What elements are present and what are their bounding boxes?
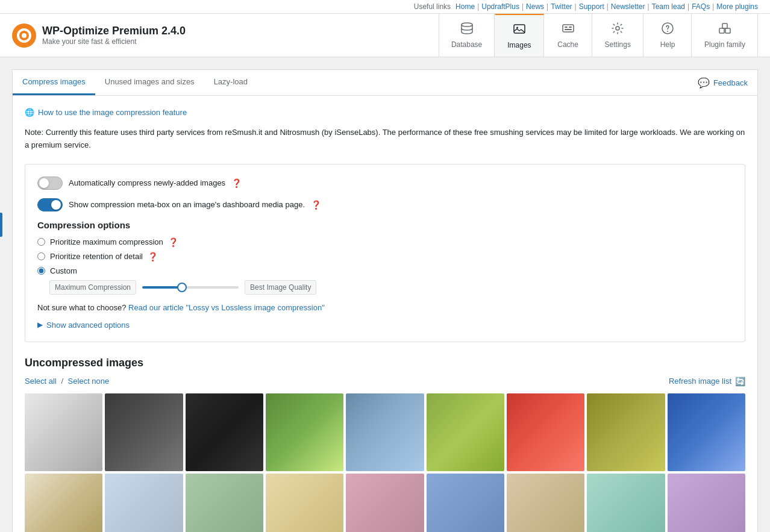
app-title: WP-Optimize Premium 2.4.0 <box>42 25 186 37</box>
image-thumb[interactable] <box>25 474 102 532</box>
svg-point-3 <box>462 23 472 27</box>
image-thumb[interactable] <box>668 393 745 471</box>
image-grid <box>25 393 745 532</box>
info-link-text: How to use the image compression feature <box>38 108 187 117</box>
useful-links-label: Useful links <box>414 2 451 11</box>
link-home[interactable]: Home <box>455 2 475 11</box>
image-thumb[interactable] <box>507 393 584 471</box>
meta-box-help-icon[interactable]: ❓ <box>311 200 321 210</box>
link-updraftplus[interactable]: UpdraftPlus <box>481 2 519 11</box>
select-links: Select all / Select none <box>25 377 109 386</box>
meta-box-label: Show compression meta-box on an image's … <box>69 200 305 209</box>
sub-tab-unused-images[interactable]: Unused images and sizes <box>95 70 204 95</box>
tab-images[interactable]: Images <box>495 14 543 57</box>
radio-retention: Prioritize retention of detail ❓ <box>37 252 733 261</box>
settings-icon <box>611 22 624 38</box>
link-team-lead[interactable]: Team lead <box>652 2 685 11</box>
svg-rect-4 <box>514 25 525 33</box>
app-subtitle: Make your site fast & efficient <box>42 37 186 46</box>
image-thumb[interactable] <box>25 393 102 471</box>
select-none-link[interactable]: Select none <box>68 377 110 386</box>
radio-detail-help-icon[interactable]: ❓ <box>148 252 158 261</box>
select-all-link[interactable]: Select all <box>25 377 57 386</box>
image-thumb[interactable] <box>427 474 504 532</box>
radio-custom: Custom <box>37 266 733 275</box>
radio-custom-input[interactable] <box>37 267 45 275</box>
uncompressed-title: Uncompressed images <box>25 357 745 369</box>
image-thumb[interactable] <box>587 393 665 471</box>
image-thumb[interactable] <box>266 393 343 471</box>
database-icon <box>460 22 474 38</box>
tab-plugin-family-label: Plugin family <box>704 40 745 49</box>
image-thumb[interactable] <box>346 393 424 471</box>
image-thumb[interactable] <box>587 474 665 532</box>
side-accent <box>0 213 2 237</box>
image-thumb[interactable] <box>186 393 263 471</box>
radio-custom-label: Custom <box>50 266 77 275</box>
link-more-plugins[interactable]: More plugins <box>716 2 758 11</box>
svg-rect-15 <box>722 23 727 28</box>
sub-tabs-bar: Compress images Unused images and sizes … <box>12 69 758 95</box>
image-thumb[interactable] <box>427 393 504 471</box>
compression-slider[interactable] <box>142 286 239 289</box>
auto-compress-help-icon[interactable]: ❓ <box>231 178 242 188</box>
tab-cache-label: Cache <box>557 40 578 49</box>
tab-database[interactable]: Database <box>439 14 495 57</box>
auto-compress-label: Automatically compress newly-added image… <box>69 178 225 187</box>
image-thumb[interactable] <box>668 474 745 532</box>
auto-compress-toggle[interactable] <box>37 177 63 190</box>
radio-detail-input[interactable] <box>37 252 45 260</box>
top-bar: Useful links Home| UpdraftPlus| News| Tw… <box>0 0 770 14</box>
image-thumb[interactable] <box>105 393 183 471</box>
images-icon <box>513 22 526 39</box>
meta-box-track[interactable] <box>37 198 63 211</box>
tab-cache[interactable]: Cache <box>544 14 592 57</box>
image-thumb[interactable] <box>346 474 424 532</box>
image-thumb[interactable] <box>266 474 343 532</box>
radio-max-input[interactable] <box>37 238 45 246</box>
image-thumb[interactable] <box>507 474 584 532</box>
images-toolbar: Select all / Select none Refresh image l… <box>25 377 745 386</box>
radio-max-label: Prioritize maximum compression <box>50 237 163 246</box>
tab-help[interactable]: Help <box>643 14 692 57</box>
svg-rect-9 <box>565 29 572 30</box>
link-twitter[interactable]: Twitter <box>551 2 572 11</box>
tab-plugin-family[interactable]: Plugin family <box>692 14 758 57</box>
tab-database-label: Database <box>451 40 482 49</box>
plugin-family-icon <box>718 22 731 38</box>
radio-detail-label: Prioritize retention of detail <box>50 252 143 261</box>
main-panel: 🌐 How to use the image compression featu… <box>12 95 758 532</box>
cache-icon <box>562 22 575 38</box>
link-newsletter[interactable]: Newsletter <box>611 2 645 11</box>
auto-compress-thumb <box>39 178 49 188</box>
nav-tabs: Database Images Cache Settings Help <box>439 14 758 57</box>
svg-rect-8 <box>569 27 572 28</box>
article-link[interactable]: Read our article "Lossy vs Lossless imag… <box>128 303 325 312</box>
auto-compress-track[interactable] <box>37 177 63 190</box>
link-news[interactable]: News <box>526 2 544 11</box>
note-text: Note: Currently this feature uses third … <box>25 127 745 152</box>
tab-settings[interactable]: Settings <box>592 14 643 57</box>
page-content: Compress images Unused images and sizes … <box>0 57 770 532</box>
logo-area: WP-Optimize Premium 2.4.0 Make your site… <box>12 16 439 55</box>
tab-images-label: Images <box>507 41 531 49</box>
link-faqs[interactable]: FAQs <box>692 2 710 11</box>
refresh-icon: 🔄 <box>735 377 745 386</box>
link-support[interactable]: Support <box>579 2 604 11</box>
image-thumb[interactable] <box>186 474 263 532</box>
slider-right-label: Best Image Quality <box>245 280 316 295</box>
sub-tab-compress-images[interactable]: Compress images <box>13 70 95 95</box>
refresh-image-list[interactable]: Refresh image list 🔄 <box>669 377 745 386</box>
radio-max-compression: Prioritize maximum compression ❓ <box>37 237 733 247</box>
feedback-label: Feedback <box>713 78 748 87</box>
meta-box-toggle[interactable] <box>37 198 63 211</box>
feedback-button[interactable]: 💬 Feedback <box>698 77 757 89</box>
radio-max-help-icon[interactable]: ❓ <box>168 237 178 247</box>
chevron-icon: ▶ <box>37 321 43 329</box>
show-advanced-options[interactable]: ▶ Show advanced options <box>37 321 733 330</box>
info-link[interactable]: 🌐 How to use the image compression featu… <box>25 108 745 117</box>
logo-text: WP-Optimize Premium 2.4.0 Make your site… <box>42 25 186 46</box>
sub-tab-lazy-load[interactable]: Lazy-load <box>204 70 257 95</box>
image-thumb[interactable] <box>105 474 183 532</box>
tab-settings-label: Settings <box>605 40 631 49</box>
